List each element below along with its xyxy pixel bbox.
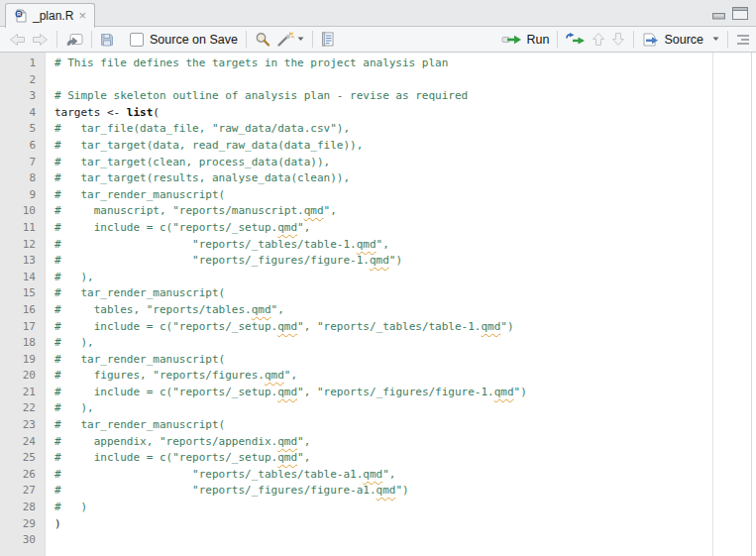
code-token: # tar_target(clean, process_data(data)), [54,156,330,168]
line-number[interactable]: 2 [0,72,36,89]
run-button[interactable]: Run [498,29,552,51]
line-number[interactable]: 6 [0,138,36,155]
line-number[interactable]: 24 [0,434,36,451]
line-number[interactable]: 28 [0,500,36,516]
line-number[interactable]: 26 [0,467,36,484]
line-number[interactable]: 12 [0,237,36,254]
back-button[interactable] [6,29,29,51]
code-line[interactable]: # appendix, "reports/appendix.qmd", [54,434,756,451]
forward-button[interactable] [29,29,52,51]
code-line[interactable]: # tar_render_manuscript( [54,285,756,302]
previous-section-button[interactable] [589,29,608,51]
line-number[interactable]: 18 [0,335,36,352]
tab-title: _plan.R [33,9,73,23]
svg-text:R: R [17,11,21,17]
code-line[interactable]: # include = c("reports/_setup.qmd", "rep… [54,319,756,336]
source-label[interactable]: Source [664,33,703,47]
code-line[interactable]: # figures, "reports/figures.qmd", [54,368,756,385]
code-line[interactable]: # ), [54,335,756,352]
line-number[interactable]: 15 [0,285,36,302]
line-number[interactable]: 25 [0,450,36,467]
line-number[interactable]: 22 [0,400,36,417]
code-line[interactable]: # ) [54,500,756,516]
tab-plan-r[interactable]: R _plan.R × [5,3,95,28]
notebook-icon [321,32,334,47]
find-replace-button[interactable] [252,29,273,51]
code-line[interactable]: ) [54,516,756,533]
line-number[interactable]: 20 [0,368,36,385]
separator [246,31,247,48]
code-line[interactable]: # manuscript, "reports/manuscript.qmd", [54,203,756,220]
code-line[interactable]: # tar_file(data_file, "raw_data/data.csv… [54,121,756,138]
line-number[interactable]: 7 [0,155,36,171]
maximize-icon[interactable] [732,7,748,20]
code-line[interactable]: # include = c("reports/_setup.qmd", "rep… [54,385,756,401]
code-line[interactable]: # tar_target(clean, process_data(data)), [54,155,756,171]
code-line[interactable]: # "reports/_tables/table-a1.qmd", [54,467,756,484]
line-number[interactable]: 21 [0,385,36,401]
line-number[interactable]: 19 [0,352,36,369]
source-on-save-checkbox[interactable] [130,33,144,47]
line-number[interactable]: 8 [0,170,36,187]
code-token: # tar_target(results, analyse_data(clean… [54,171,350,184]
line-number[interactable]: 11 [0,220,36,237]
show-outline-button[interactable] [733,29,753,51]
editor-toolbar: Source on Save [0,27,756,53]
code-line[interactable]: # tar_target(data, read_raw_data(data_fi… [54,138,756,155]
line-number[interactable]: 14 [0,270,36,286]
code-area[interactable]: # This file defines the targets in the p… [46,53,756,556]
spellcheck-underline: qmd [370,254,389,267]
code-line[interactable]: # "reports/_figures/figure-a1.qmd") [54,483,756,500]
source-button[interactable]: Source [639,29,722,51]
run-label[interactable]: Run [526,33,549,47]
code-line[interactable]: # ), [54,270,756,286]
compile-report-button[interactable] [318,29,337,51]
line-number[interactable]: 16 [0,302,36,319]
code-line[interactable]: targets <- list( [54,105,756,122]
code-token: # "reports/_figures/figure-1.qmd") [54,254,402,267]
source-on-save-toggle[interactable]: Source on Save [127,29,241,51]
gutter[interactable]: 1234567891011121314151617181920212223242… [0,53,46,556]
close-icon[interactable]: × [78,11,86,21]
line-number[interactable]: 1 [0,56,36,72]
code-line[interactable]: # tables, "reports/tables.qmd", [54,302,756,319]
code-token: # "reports/_figures/figure-a1.qmd") [54,484,409,497]
next-section-button[interactable] [608,29,628,51]
code-line[interactable]: # include = c("reports/_setup.qmd", [54,220,756,237]
code-line[interactable]: # ), [54,400,756,417]
code-token: # include = c("reports/_setup.qmd", "rep… [54,386,527,398]
line-number[interactable]: 27 [0,483,36,500]
line-number[interactable]: 13 [0,253,36,270]
line-number[interactable]: 5 [0,121,36,138]
code-line[interactable]: # include = c("reports/_setup.qmd", [54,450,756,467]
line-number[interactable]: 10 [0,203,36,220]
open-in-new-window-button[interactable] [62,29,86,51]
code-line[interactable]: # tar_render_manuscript( [54,352,756,369]
code-line[interactable] [54,72,756,89]
line-number[interactable]: 9 [0,187,36,204]
code-line[interactable]: # tar_render_manuscript( [54,417,756,434]
line-number[interactable]: 3 [0,88,36,105]
separator [312,31,313,48]
source-on-save-label[interactable]: Source on Save [150,33,238,47]
line-number[interactable]: 17 [0,319,36,336]
code-tools-button[interactable] [273,29,307,51]
code-line[interactable]: # Simple skeleton outline of analysis pl… [54,88,756,105]
line-number[interactable]: 23 [0,417,36,434]
line-number[interactable]: 4 [0,105,36,122]
code-line[interactable]: # "reports/_figures/figure-1.qmd") [54,253,756,270]
line-number[interactable]: 30 [0,532,36,549]
minimize-icon[interactable] [712,12,725,20]
code-line[interactable]: # tar_target(results, analyse_data(clean… [54,170,756,187]
code-line[interactable] [54,532,756,549]
code-line[interactable]: # This file defines the targets in the p… [54,56,756,72]
save-button[interactable] [97,29,117,51]
line-number[interactable]: 29 [0,516,36,533]
code-line[interactable]: # tar_render_manuscript( [54,187,756,204]
spellcheck-underline: qmd [277,386,297,398]
spellcheck-underline: qmd [304,204,324,217]
code-line[interactable]: # "reports/_tables/table-1.qmd", [54,237,756,254]
code-token: # tar_render_manuscript( [54,188,225,201]
code-token: # "reports/_tables/table-1.qmd", [54,238,389,251]
rerun-button[interactable] [563,29,589,51]
